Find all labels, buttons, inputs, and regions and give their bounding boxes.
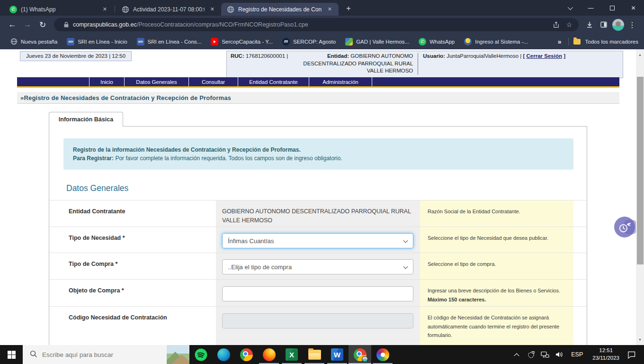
session-header: RUC: 1768120600001 | Entidad: GOBIERNO A… [226,51,623,78]
file-explorer-icon [308,350,321,360]
bookmark-label: SRI en Línea - Cons... [148,39,202,45]
field-label: Tipo de Necesidad * [49,227,216,253]
reload-button[interactable]: ↻ [35,17,50,32]
bookmark-label: SRI en Línea - Inicio [78,39,127,45]
windows-logo-icon [8,351,16,359]
chrome-icon [240,348,253,361]
bookmark-ingreso-sistema[interactable]: Ingreso al Sistema -... [460,36,532,47]
scrollbar-thumb[interactable] [637,77,644,264]
codigo-necesidad-input [222,313,413,328]
chrome-icon [354,348,367,361]
bookmarks-right: » Todos los marcadores [556,38,638,46]
tray-app-icon[interactable] [525,345,537,364]
taskbar-excel[interactable]: X [280,345,303,364]
section-title: Datos Generales [66,183,128,193]
bookmark-sri-inicio[interactable]: SRI SRI en Línea - Inicio [63,36,131,47]
taskbar-search[interactable] [23,345,189,364]
address-bar[interactable]: compraspublicas.gob.ec/ProcesoContrataci… [54,18,579,31]
tab-close-icon[interactable]: ✕ [326,5,334,13]
bookmark-nueva-pestana[interactable]: Nueva pestaña [6,36,62,47]
tipo-compra-select[interactable]: ..Elija el tipo de compra [222,259,413,274]
minimize-button[interactable]: — [580,0,601,16]
taskbar-edge[interactable] [212,345,235,364]
forward-button[interactable]: → [20,17,35,32]
nav-consultar[interactable]: Consultar [188,77,238,86]
new-tab-button[interactable]: + [342,4,355,13]
tab-close-icon[interactable]: ✕ [101,5,109,13]
page-title-bar: »Registro de Necesidades de Contratación… [17,92,619,104]
close-window-button[interactable]: ✕ [623,0,644,16]
tab-search-icon[interactable] [559,0,580,16]
profile-badge-icon [362,356,368,362]
start-button[interactable] [0,345,23,364]
language-indicator[interactable]: ESP [567,351,587,358]
gold-accent-line [17,86,619,88]
chevron-down-icon [403,238,408,243]
page-scrollbar[interactable]: ▲ ▼ [636,49,644,345]
side-panel-icon[interactable] [597,18,611,32]
tab-registro-active[interactable]: Registro de Necesidades de Con ✕ [221,3,339,16]
field-cell: ..Elija el tipo de compra [216,253,420,279]
notification-center-icon[interactable] [625,345,637,364]
bookmark-label: SERCOP: Agosto [293,39,336,45]
webpage-content: Jueves 23 de Noviembre de 2023 | 12:50 R… [0,49,644,345]
scroll-down-icon[interactable]: ▼ [636,336,644,344]
excel-icon: X [286,348,298,361]
network-icon[interactable] [539,345,551,364]
field-cell: Ínfimas Cuantías [216,227,420,253]
bookmark-star-icon[interactable]: ☆ [563,18,576,31]
clock[interactable]: 12:51 23/11/2023 [589,347,623,362]
tipo-necesidad-select[interactable]: Ínfimas Cuantías [222,233,413,248]
tab-close-icon[interactable]: ✕ [208,5,216,13]
form-row-codigo: Código Necesidad de Contratación El códi… [49,306,588,345]
objeto-compra-input[interactable] [222,286,413,301]
share-icon[interactable] [549,18,563,31]
nav-inicio[interactable]: Inicio [89,77,124,86]
notice-line1: Registro de la información Necesidades d… [73,146,573,154]
bookmark-whatsapp[interactable]: ✆ WhatsApp [414,36,459,47]
timer-widget-button[interactable] [614,217,635,237]
taskbar-chrome[interactable] [235,345,258,364]
all-bookmarks-label[interactable]: Todos los marcadores [585,39,639,45]
tab-whatsapp[interactable]: ✆ (1) WhatsApp ✕ [4,3,114,16]
search-input[interactable] [42,351,146,358]
back-button[interactable]: ← [5,17,20,32]
taskbar-file-explorer[interactable] [303,345,326,364]
window-controls: — ✕ [559,0,644,16]
search-icon [29,350,37,360]
taskbar-paint[interactable] [371,345,394,364]
scroll-up-icon[interactable]: ▲ [636,51,644,59]
downloads-icon[interactable] [582,18,597,32]
browser-menu-icon[interactable]: ⋮ [625,18,639,32]
taskbar-firefox[interactable] [258,345,280,364]
bookmark-sercop-agosto[interactable]: m SERCOP: Agosto [278,36,340,47]
nav-datos-generales[interactable]: Datos Generales [124,77,188,86]
ecuador-emblem-icon [464,38,472,46]
nav-administracion[interactable]: Administración [309,77,372,86]
logout-link[interactable]: [ Cerrar Sesión ] [523,53,566,59]
nav-entidad-contratante[interactable]: Entidad Contratante [238,77,309,86]
tab-title: Actividad 2023-11-07 08:00:00 | N [133,6,205,13]
field-help: El código de Necesidad de Contratación s… [420,307,573,345]
search-highlight-image[interactable] [167,345,189,364]
tab-informacion-basica[interactable]: Información Básica [49,112,123,127]
tray-chevron-up-icon[interactable] [510,345,523,364]
tab-actividad[interactable]: Actividad 2023-11-07 08:00:00 | N ✕ [116,3,221,16]
taskbar-spotify[interactable] [189,345,212,364]
taskbar-chrome-active[interactable] [349,345,371,364]
field-help: Seleccione el tipo de compra. [420,253,573,279]
maximize-button[interactable] [601,0,623,16]
bookmarks-overflow-icon[interactable]: » [556,38,564,46]
taskbar-word[interactable]: W [326,345,349,364]
url-domain: compraspublicas.gob.ec [73,21,137,28]
bookmark-label: Ingreso al Sistema -... [475,39,528,45]
notice-line2: Para Registrar: Por favor complete la in… [73,154,573,163]
bookmark-sercopcapacita[interactable]: SercopCapacita - Y... [206,36,277,47]
profile-avatar[interactable] [611,18,625,32]
user-text: Usuario: JuntaParroquialValleHermoso | [… [423,53,565,59]
browser-tabstrip: ✆ (1) WhatsApp ✕ Actividad 2023-11-07 08… [0,0,644,16]
volume-icon[interactable] [553,345,565,364]
tab-title: (1) WhatsApp [21,6,97,13]
bookmark-gad-valle-hermoso[interactable]: GAD | Valle Hermos... [341,36,413,47]
bookmark-sri-consultas[interactable]: SRI SRI en Línea - Cons... [133,36,206,47]
